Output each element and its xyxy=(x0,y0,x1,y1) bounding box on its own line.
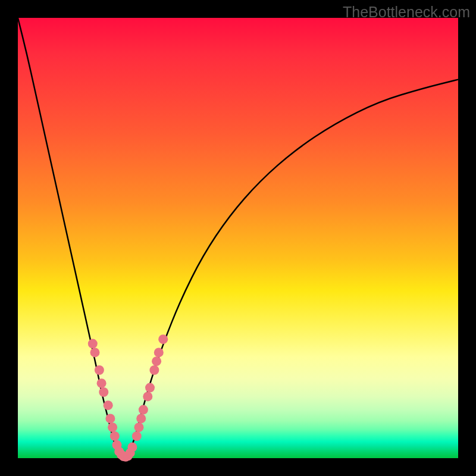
marker-point xyxy=(145,383,155,393)
marker-point xyxy=(143,392,152,401)
marker-point xyxy=(110,431,120,441)
watermark-text: TheBottleneck.com xyxy=(343,4,470,21)
marker-point xyxy=(134,422,144,432)
curve-markers xyxy=(88,334,168,462)
chart-frame: TheBottleneck.com xyxy=(0,0,476,476)
marker-point xyxy=(154,347,164,357)
marker-point xyxy=(95,365,104,375)
marker-point xyxy=(139,405,148,415)
marker-point xyxy=(158,334,168,344)
series-right-branch xyxy=(124,80,458,458)
marker-point xyxy=(132,431,142,441)
plot-area xyxy=(18,18,458,458)
curve-lines xyxy=(18,18,458,458)
marker-point xyxy=(127,443,137,452)
marker-point xyxy=(152,356,161,366)
marker-point xyxy=(104,400,113,410)
marker-point xyxy=(105,414,115,423)
chart-svg xyxy=(18,18,458,458)
marker-point xyxy=(90,347,100,357)
marker-point xyxy=(88,339,98,349)
marker-point xyxy=(97,378,107,388)
marker-point xyxy=(149,365,159,375)
marker-point xyxy=(108,422,117,432)
marker-point xyxy=(136,414,146,423)
marker-point xyxy=(99,387,108,397)
